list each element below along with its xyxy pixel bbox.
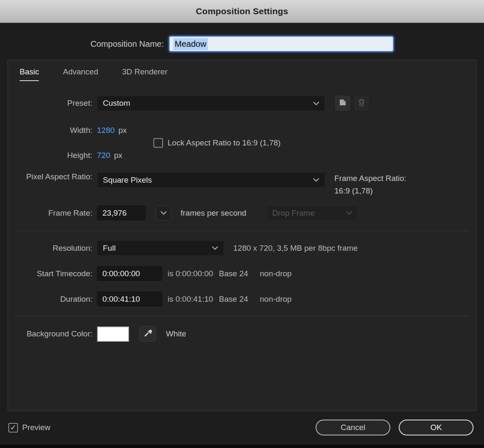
composition-name-input[interactable]: Meadow [169, 36, 394, 52]
frame-aspect-ratio: Frame Aspect Ratio: 16:9 (1,78) [334, 172, 406, 197]
height-label: Height: [8, 151, 97, 160]
preset-label: Preset: [8, 99, 97, 108]
chevron-down-icon [346, 211, 352, 215]
height-value[interactable]: 720 [97, 151, 110, 160]
resolution-value: Full [103, 244, 116, 253]
pixel-aspect-ratio-dropdown[interactable]: Square Pixels [97, 172, 325, 188]
frame-rate-value: 23,976 [102, 209, 127, 218]
composition-name-row: Composition Name: Meadow [0, 36, 484, 52]
chevron-down-icon [313, 102, 319, 105]
composition-settings-dialog: Composition Settings Composition Name: M… [0, 0, 484, 448]
pixel-aspect-ratio-row: Pixel Aspect Ratio: Square Pixels Frame … [8, 172, 476, 197]
checkmark-icon: ✓ [10, 424, 16, 431]
background-color-name: White [166, 329, 186, 339]
start-timecode-input[interactable]: 0:00:00:00 [97, 266, 162, 281]
composition-name-value: Meadow [173, 38, 208, 50]
window-bottom-edge [0, 445, 484, 448]
eyedropper-button[interactable] [139, 326, 156, 342]
dialog-title: Composition Settings [196, 6, 288, 16]
width-row: Width: 1280 px [8, 122, 476, 138]
lock-aspect-ratio-checkbox[interactable] [153, 138, 163, 148]
cancel-button[interactable]: Cancel [316, 420, 390, 435]
chevron-down-icon [160, 211, 167, 215]
ok-button[interactable]: OK [399, 420, 474, 435]
duration-label: Duration: [8, 295, 97, 304]
height-unit: px [114, 151, 122, 160]
dialog-buttons: Cancel OK [316, 420, 474, 435]
start-timecode-value: 0:00:00:00 [102, 269, 140, 278]
tab-bar: Basic Advanced 3D Renderer [8, 67, 476, 81]
trash-icon [358, 98, 365, 108]
size-block: Width: 1280 px Height: 720 px Lock Aspec… [8, 122, 476, 163]
preset-row: Preset: Custom [8, 95, 476, 112]
frame-aspect-ratio-label: Frame Aspect Ratio: [334, 172, 406, 185]
duration-is: is 0:00:41:10 [168, 295, 213, 304]
duration-input[interactable]: 0:00:41:10 [97, 292, 162, 306]
frame-rate-input[interactable]: 23,976 [97, 206, 145, 220]
width-label: Width: [8, 126, 97, 135]
chevron-down-icon [313, 178, 319, 182]
background-color-swatch[interactable] [97, 326, 129, 342]
settings-panel: Basic Advanced 3D Renderer Preset: Custo… [8, 60, 476, 411]
start-timecode-drop: non-drop [260, 269, 292, 278]
tab-3d-renderer[interactable]: 3D Renderer [122, 67, 168, 81]
frame-rate-preset-button[interactable] [155, 206, 171, 221]
tab-advanced[interactable]: Advanced [63, 67, 98, 81]
save-preset-button[interactable] [334, 95, 351, 112]
start-timecode-base: Base 24 [219, 269, 248, 278]
pixel-aspect-ratio-label: Pixel Aspect Ratio: [8, 172, 97, 181]
composition-name-label: Composition Name: [0, 39, 169, 49]
duration-value: 0:00:41:10 [102, 295, 140, 304]
background-color-label: Background Color: [8, 329, 97, 339]
preview-label: Preview [22, 423, 51, 432]
start-timecode-row: Start Timecode: 0:00:00:00 is 0:00:00:00… [8, 266, 476, 281]
frame-aspect-ratio-value: 16:9 (1,78) [334, 185, 406, 197]
lock-aspect-ratio-label: Lock Aspect Ratio to 16:9 (1,78) [168, 138, 280, 148]
dialog-titlebar: Composition Settings [0, 0, 484, 23]
drop-frame-value: Drop Frame [272, 209, 314, 218]
preview-control: ✓ Preview [8, 423, 51, 433]
preset-dropdown[interactable]: Custom [97, 96, 325, 111]
duration-drop: non-drop [260, 295, 292, 304]
resolution-label: Resolution: [8, 244, 97, 253]
width-value[interactable]: 1280 [97, 126, 115, 135]
width-unit: px [118, 126, 127, 135]
start-timecode-is: is 0:00:00:00 [168, 269, 213, 278]
pixel-aspect-ratio-value: Square Pixels [103, 176, 152, 185]
frame-rate-row: Frame Rate: 23,976 frames per second Dro… [8, 205, 476, 221]
eyedropper-icon [143, 329, 152, 339]
preset-value: Custom [103, 99, 130, 108]
delete-preset-button[interactable] [353, 95, 370, 112]
tab-basic[interactable]: Basic [20, 67, 39, 81]
preview-checkbox[interactable]: ✓ [8, 423, 18, 433]
resolution-row: Resolution: Full 1280 x 720, 3,5 MB per … [8, 240, 476, 256]
resolution-info: 1280 x 720, 3,5 MB per 8bpc frame [233, 244, 358, 253]
start-timecode-label: Start Timecode: [8, 269, 97, 278]
dialog-footer: ✓ Preview Cancel OK [8, 420, 474, 435]
drop-frame-dropdown: Drop Frame [266, 205, 358, 221]
background-color-row: Background Color: White [8, 326, 476, 342]
save-preset-icon [339, 98, 347, 108]
frame-rate-suffix: frames per second [181, 209, 246, 218]
duration-row: Duration: 0:00:41:10 is 0:00:41:10 Base … [8, 291, 476, 307]
height-row: Height: 720 px [8, 148, 476, 163]
divider [15, 316, 469, 316]
lock-aspect-ratio-control: Lock Aspect Ratio to 16:9 (1,78) [153, 138, 280, 148]
frame-rate-label: Frame Rate: [8, 209, 97, 218]
divider [15, 231, 469, 231]
duration-base: Base 24 [219, 295, 248, 304]
chevron-down-icon [212, 246, 218, 250]
resolution-dropdown[interactable]: Full [97, 240, 224, 256]
